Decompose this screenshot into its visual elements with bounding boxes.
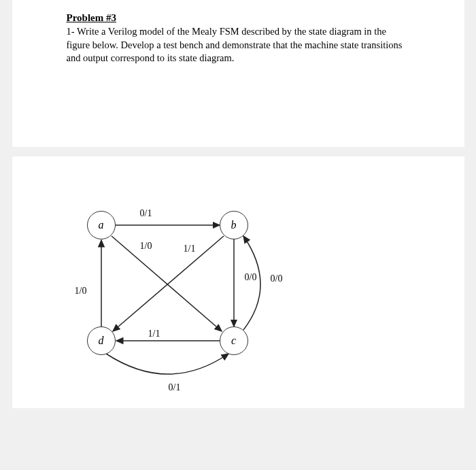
label-d-a: 1/0 <box>75 286 87 297</box>
edge-c-b <box>243 236 260 330</box>
edge-d-c <box>106 354 228 374</box>
problem-text-block: Problem #3 1- Write a Verilog model of t… <box>12 12 464 147</box>
label-b-d: 1/1 <box>184 244 196 254</box>
state-diagram: a b c d 0/1 1/0 1/1 0/0 0/0 1/1 1/0 0/1 <box>67 190 298 395</box>
label-b-c: 0/0 <box>245 272 257 283</box>
edge-b-d <box>113 236 224 331</box>
page-lower: a b c d 0/1 1/0 1/1 0/0 0/0 1/1 1/0 0/1 <box>12 156 464 408</box>
label-d-c: 0/1 <box>169 382 181 393</box>
label-c-d: 1/1 <box>148 329 160 339</box>
state-a: a <box>87 211 116 239</box>
problem-title: Problem #3 <box>67 12 410 24</box>
edge-a-c <box>112 236 222 331</box>
label-a-c: 1/0 <box>140 241 152 252</box>
state-c: c <box>220 326 248 355</box>
problem-body: 1- Write a Verilog model of the Mealy FS… <box>67 25 410 65</box>
state-b: b <box>220 211 248 239</box>
page-upper: Problem #3 1- Write a Verilog model of t… <box>12 0 464 147</box>
label-a-b: 0/1 <box>140 208 152 219</box>
label-c-b: 0/0 <box>271 273 283 284</box>
state-d: d <box>87 326 116 355</box>
